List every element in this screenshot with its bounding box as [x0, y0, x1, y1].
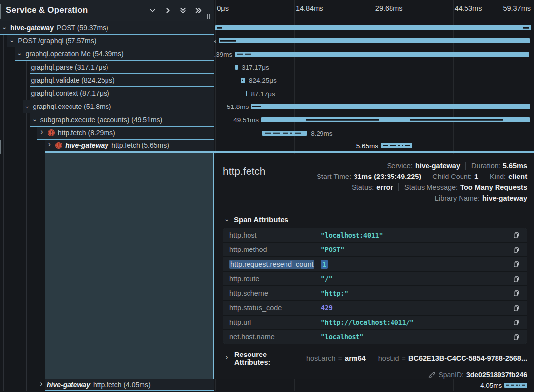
timeline-row[interactable]: 824.25μs [214, 74, 534, 87]
timeline-row[interactable]: 5.65ms [214, 140, 534, 153]
panel-resize-handle[interactable] [207, 14, 210, 19]
span-tree-row[interactable]: ⌄ hive-gateway POST (59.37ms) [0, 21, 214, 35]
timeline-row[interactable]: 49.51ms [214, 113, 534, 127]
timeline-row[interactable]: 8.29ms [214, 127, 534, 140]
meta-value: 5.65ms [503, 162, 527, 170]
meta-item: Status Message: Too Many Requests [398, 183, 527, 191]
copy-icon[interactable] [511, 288, 521, 298]
span-details-header: http.fetch Service: hive-gateway Duratio… [223, 160, 527, 204]
span-tree-row[interactable]: ⌄ graphql.operation Me (54.39ms) [15, 47, 214, 61]
duration-label-wrap: 51.8ms [214, 100, 251, 113]
timeline-row[interactable]: 87.17μs [214, 87, 534, 100]
child-span-dash [306, 119, 380, 121]
copy-icon[interactable] [511, 274, 521, 284]
chevron-down-icon[interactable] [147, 5, 158, 16]
timeline-row[interactable]: 4.05ms [214, 379, 534, 391]
timeline-row[interactable]: 4.05ms [214, 379, 534, 391]
span-tree-row[interactable]: › ! hive-gateway http.fetch (5.65ms) [45, 140, 214, 153]
resource-attributes-row[interactable]: › Resource Attributes: host.arch = arm64… [223, 351, 527, 366]
copy-icon[interactable] [511, 303, 521, 313]
child-span-dash [295, 133, 301, 134]
span-duration-bar[interactable] [381, 143, 412, 148]
child-span-dash [405, 145, 409, 146]
span-tree-row[interactable]: graphql.context (87.17μs) [30, 87, 214, 100]
expand-chevron-icon[interactable]: ⌄ [24, 102, 30, 109]
span-duration-bar[interactable] [219, 38, 530, 43]
span-duration-bar[interactable] [235, 52, 529, 57]
span-title: http.fetch [223, 160, 265, 177]
attribute-row[interactable]: http.route "/" [223, 272, 527, 286]
attribute-row[interactable]: http.scheme "http:" [223, 286, 527, 300]
span-label: http.fetch (4.05ms) [93, 381, 151, 389]
span-tree-row[interactable]: › ! http.fetch (8.29ms) [37, 127, 214, 140]
meta-item: Kind: client [484, 173, 527, 180]
meta-value: 31ms (23:35:49.225) [354, 173, 421, 180]
axis-tick-label: 29.68ms [375, 4, 403, 12]
scrollbar-thumb[interactable] [0, 140, 1, 154]
attribute-row[interactable]: http.url "http://localhost:4011/" [223, 316, 527, 329]
duration-label: 51.8ms [227, 103, 249, 110]
expand-chevron-icon[interactable]: ⌄ [1, 23, 7, 30]
attribute-key: net.host.name [229, 333, 321, 341]
span-label: graphql.execute (51.8ms) [33, 103, 111, 110]
timeline-row[interactable]: 54.39ms [214, 47, 534, 61]
timeline-row[interactable] [214, 21, 534, 35]
scrollbar-thumb[interactable] [0, 4, 1, 19]
child-span-dash [398, 145, 400, 146]
double-chevron-right-icon[interactable] [193, 5, 204, 16]
span-duration-bar[interactable] [504, 383, 527, 388]
attribute-row[interactable]: http.request.resend_count 1 [223, 257, 527, 271]
span-tree-row[interactable]: ⌄ subgraph.execute (accounts) (49.51ms) [30, 113, 214, 127]
expand-chevron-icon[interactable]: › [38, 380, 44, 388]
timeline-row[interactable]: 51.8ms [214, 100, 534, 113]
span-label: graphql.operation Me (54.39ms) [25, 50, 123, 58]
child-span-dash [516, 384, 518, 386]
copy-icon[interactable] [511, 245, 521, 254]
chevron-right-icon[interactable] [162, 5, 173, 16]
copy-icon[interactable] [511, 318, 521, 327]
child-span-dash [273, 133, 280, 134]
span-id-row: SpanID: 3de02518937fb246 [223, 371, 527, 379]
span-service-name: hive-gateway [65, 142, 108, 149]
span-tree-header: Service & Operation [0, 0, 214, 21]
attribute-row[interactable]: http.method "POST" [223, 243, 527, 257]
attribute-row[interactable]: http.host "localhost:4011" [223, 228, 527, 242]
child-span-dash [522, 384, 525, 386]
span-attributes-header[interactable]: ⌄ Span Attributes [224, 215, 527, 224]
copy-icon[interactable] [511, 259, 521, 269]
span-duration-bar[interactable] [241, 78, 245, 83]
meta-value: error [376, 183, 393, 191]
attribute-key: http.request.resend_count [229, 260, 321, 268]
error-icon: ! [55, 142, 62, 149]
expand-chevron-icon[interactable]: › [46, 141, 52, 148]
copy-icon[interactable] [511, 230, 521, 240]
duration-label: 4.05ms [480, 381, 502, 389]
meta-label: Status: [352, 183, 374, 191]
span-tree-row[interactable]: graphql.parse (317.17μs) [30, 61, 214, 74]
span-label: graphql.parse (317.17μs) [31, 63, 108, 71]
span-duration-bar[interactable] [235, 65, 238, 70]
expand-chevron-icon[interactable]: ⌄ [16, 49, 22, 56]
span-tree-row[interactable]: ⌄ POST /graphql (57.57ms) [7, 35, 214, 48]
span-duration-bar[interactable] [246, 91, 247, 96]
span-tree-row[interactable]: ⌄ graphql.execute (51.8ms) [23, 100, 214, 113]
expand-chevron-icon[interactable]: ⌄ [32, 115, 37, 122]
timeline-row[interactable]: 317.17μs [214, 61, 534, 74]
span-duration-bar[interactable] [251, 104, 530, 109]
span-duration-bar[interactable] [261, 117, 530, 122]
span-tree-row[interactable]: graphql.validate (824.25μs) [30, 74, 214, 87]
meta-label: Library Name: [435, 194, 480, 202]
span-tree: ⌄ hive-gateway POST (59.37ms) ⌄ POST /gr… [0, 21, 214, 153]
span-duration-bar[interactable] [262, 131, 307, 136]
expand-chevron-icon[interactable]: › [39, 128, 45, 136]
attribute-row[interactable]: net.host.name "localhost" [223, 330, 527, 344]
double-chevron-down-icon[interactable] [178, 5, 188, 16]
span-tree-row[interactable]: › hive-gateway http.fetch (4.05ms) [45, 379, 214, 391]
meta-line: Status: error Status Message: Too Many R… [352, 182, 527, 193]
copy-icon[interactable] [511, 332, 521, 342]
attribute-row[interactable]: http.status_code 429 [223, 301, 527, 315]
span-duration-bar[interactable] [215, 25, 531, 30]
chevron-down-icon: ⌄ [224, 215, 230, 222]
expand-chevron-icon[interactable]: ⌄ [9, 36, 15, 43]
timeline-row[interactable]: 57.57ms [214, 35, 534, 48]
